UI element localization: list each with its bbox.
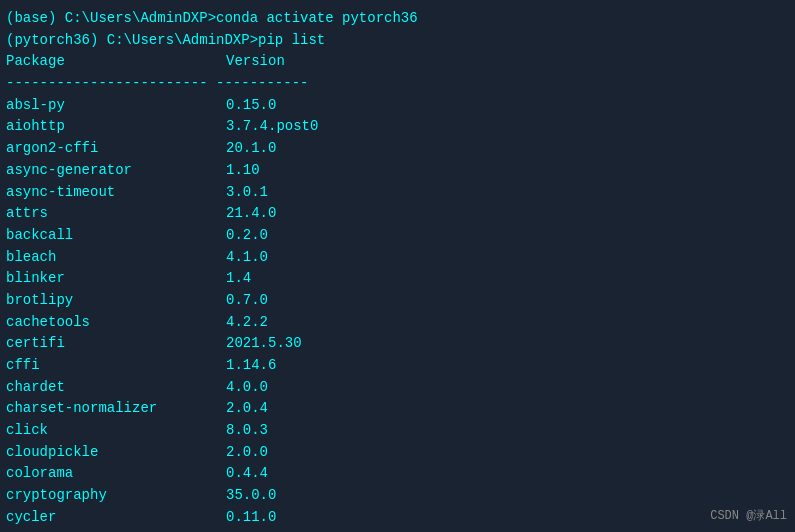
- terminal-line: cryptography35.0.0: [6, 485, 789, 507]
- terminal-line: absl-py0.15.0: [6, 95, 789, 117]
- watermark: CSDN @渌All: [710, 507, 787, 524]
- terminal-line: certifi2021.5.30: [6, 333, 789, 355]
- terminal-line: blinker1.4: [6, 268, 789, 290]
- terminal-line: ------------------------ -----------: [6, 73, 789, 95]
- terminal-line: charset-normalizer2.0.4: [6, 398, 789, 420]
- terminal-line: PackageVersion: [6, 51, 789, 73]
- terminal-line: cffi1.14.6: [6, 355, 789, 377]
- terminal-line: async-timeout3.0.1: [6, 182, 789, 204]
- terminal-line: aiohttp3.7.4.post0: [6, 116, 789, 138]
- terminal-line: bleach4.1.0: [6, 247, 789, 269]
- terminal-line: argon2-cffi20.1.0: [6, 138, 789, 160]
- terminal-window: (base) C:\Users\AdminDXP>conda activate …: [0, 0, 795, 532]
- terminal-line: (pytorch36) C:\Users\AdminDXP>pip list: [6, 30, 789, 52]
- terminal-line: backcall0.2.0: [6, 225, 789, 247]
- terminal-line: async-generator1.10: [6, 160, 789, 182]
- terminal-line: click8.0.3: [6, 420, 789, 442]
- terminal-line: cloudpickle2.0.0: [6, 442, 789, 464]
- terminal-line: cytoolz0.11.0: [6, 529, 789, 533]
- terminal-line: cachetools4.2.2: [6, 312, 789, 334]
- terminal-line: colorama0.4.4: [6, 463, 789, 485]
- terminal-line: (base) C:\Users\AdminDXP>conda activate …: [6, 8, 789, 30]
- terminal-line: cycler0.11.0: [6, 507, 789, 529]
- terminal-line: brotlipy0.7.0: [6, 290, 789, 312]
- terminal-line: attrs21.4.0: [6, 203, 789, 225]
- terminal-line: chardet4.0.0: [6, 377, 789, 399]
